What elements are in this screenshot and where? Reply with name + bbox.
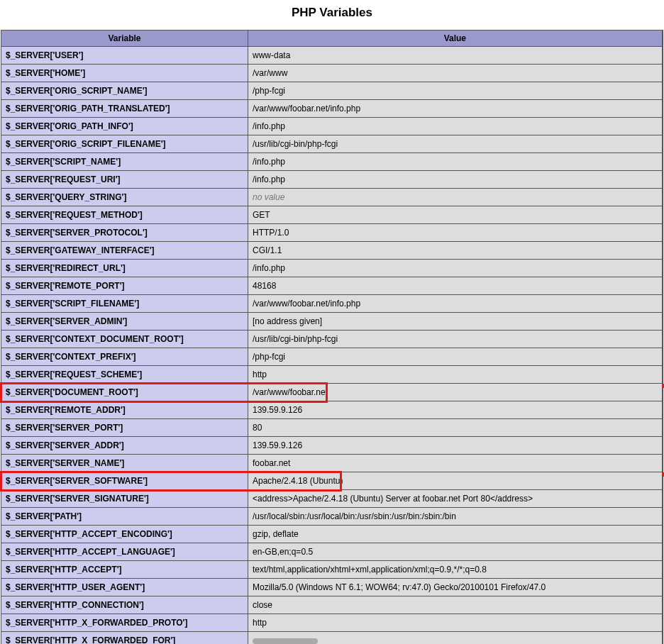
- variable-name: $_SERVER['GATEWAY_INTERFACE']: [1, 242, 248, 260]
- variable-name: $_SERVER['SERVER_NAME']: [1, 455, 248, 472]
- table-row: $_SERVER['HTTP_X_FORWARDED_FOR']: [1, 632, 663, 645]
- variable-value: /info.php: [248, 260, 663, 277]
- variable-name: $_SERVER['REQUEST_SCHEME']: [1, 366, 248, 384]
- variable-value: 80: [248, 419, 663, 437]
- table-row: $_SERVER['QUERY_STRING']no value: [1, 189, 663, 206]
- table-row: $_SERVER['REDIRECT_URL']/info.php: [1, 260, 663, 277]
- variable-value: no value: [248, 189, 663, 206]
- variable-value: /var/www/foobar.net: [248, 384, 663, 401]
- variable-name: $_SERVER['QUERY_STRING']: [1, 189, 248, 206]
- variable-name: $_SERVER['ORIG_SCRIPT_NAME']: [1, 82, 248, 100]
- variable-name: $_SERVER['HTTP_X_FORWARDED_FOR']: [1, 632, 248, 645]
- table-row: $_SERVER['HOME']/var/www: [1, 65, 663, 82]
- table-row: $_SERVER['HTTP_USER_AGENT']Mozilla/5.0 (…: [1, 579, 663, 596]
- variable-value: /var/www: [248, 65, 663, 82]
- variable-name: $_SERVER['REQUEST_METHOD']: [1, 206, 248, 224]
- table-row: $_SERVER['HTTP_ACCEPT']text/html,applica…: [1, 561, 663, 579]
- table-row: $_SERVER['REQUEST_SCHEME']http: [1, 366, 663, 384]
- variable-name: $_SERVER['DOCUMENT_ROOT']: [1, 384, 248, 401]
- table-row: $_SERVER['REQUEST_METHOD']GET: [1, 206, 663, 224]
- table-row: $_SERVER['GATEWAY_INTERFACE']CGI/1.1: [1, 242, 663, 260]
- variable-name: $_SERVER['HTTP_ACCEPT_LANGUAGE']: [1, 543, 248, 561]
- variable-value: /php-fcgi: [248, 82, 663, 100]
- variable-value: CGI/1.1: [248, 242, 663, 260]
- table-row: $_SERVER['CONTEXT_DOCUMENT_ROOT']/usr/li…: [1, 331, 663, 348]
- table-row: $_SERVER['HTTP_CONNECTION']close: [1, 596, 663, 614]
- table-row: $_SERVER['ORIG_PATH_INFO']/info.php: [1, 118, 663, 135]
- variable-name: $_SERVER['ORIG_PATH_TRANSLATED']: [1, 100, 248, 118]
- variable-name: $_SERVER['SERVER_PORT']: [1, 419, 248, 437]
- variable-value: /info.php: [248, 118, 663, 135]
- no-value: no value: [253, 192, 284, 202]
- column-header-value: Value: [248, 30, 663, 47]
- table-row: $_SERVER['SERVER_NAME']foobar.net: [1, 455, 663, 472]
- table-row: $_SERVER['REQUEST_URI']/info.php: [1, 171, 663, 189]
- table-row: $_SERVER['ORIG_SCRIPT_NAME']/php-fcgi: [1, 82, 663, 100]
- variable-value: http: [248, 366, 663, 384]
- variable-value: en-GB,en;q=0.5: [248, 543, 663, 561]
- variable-name: $_SERVER['USER']: [1, 47, 248, 65]
- variable-value: /usr/lib/cgi-bin/php-fcgi: [248, 135, 663, 153]
- column-header-variable: Variable: [1, 30, 248, 47]
- variable-value: /usr/local/sbin:/usr/local/bin:/usr/sbin…: [248, 508, 663, 526]
- variable-value: GET: [248, 206, 663, 224]
- table-row: $_SERVER['HTTP_X_FORWARDED_PROTO']http: [1, 614, 663, 632]
- table-row: $_SERVER['ORIG_SCRIPT_FILENAME']/usr/lib…: [1, 135, 663, 153]
- table-header-row: Variable Value: [1, 30, 663, 47]
- variable-value: /info.php: [248, 153, 663, 171]
- variable-name: $_SERVER['REMOTE_ADDR']: [1, 401, 248, 419]
- variable-value: /usr/lib/cgi-bin/php-fcgi: [248, 331, 663, 348]
- page-title: PHP Variables: [0, 6, 664, 20]
- variable-value: /info.php: [248, 171, 663, 189]
- variable-value: /var/www/foobar.net/info.php: [248, 295, 663, 313]
- variable-value: 48168: [248, 277, 663, 295]
- table-row: $_SERVER['SERVER_SIGNATURE']<address>Apa…: [1, 490, 663, 508]
- table-row: $_SERVER['SERVER_PROTOCOL']HTTP/1.0: [1, 224, 663, 242]
- variable-name: $_SERVER['SERVER_SOFTWARE']: [1, 472, 248, 490]
- variable-value: gzip, deflate: [248, 526, 663, 543]
- variable-value: <address>Apache/2.4.18 (Ubuntu) Server a…: [248, 490, 663, 508]
- variable-name: $_SERVER['HTTP_CONNECTION']: [1, 596, 248, 614]
- variable-value: http: [248, 614, 663, 632]
- table-row: $_SERVER['PATH']/usr/local/sbin:/usr/loc…: [1, 508, 663, 526]
- variable-value: [248, 632, 663, 645]
- variable-name: $_SERVER['SERVER_PROTOCOL']: [1, 224, 248, 242]
- variable-name: $_SERVER['SCRIPT_NAME']: [1, 153, 248, 171]
- variable-value: Mozilla/5.0 (Windows NT 6.1; WOW64; rv:4…: [248, 579, 663, 596]
- php-variables-table: Variable Value $_SERVER['USER']www-data$…: [1, 30, 663, 644]
- table-row: $_SERVER['REMOTE_ADDR']139.59.9.126: [1, 401, 663, 419]
- table-row: $_SERVER['CONTEXT_PREFIX']/php-fcgi: [1, 348, 663, 366]
- variable-name: $_SERVER['REQUEST_URI']: [1, 171, 248, 189]
- variable-name: $_SERVER['CONTEXT_PREFIX']: [1, 348, 248, 366]
- table-row: $_SERVER['USER']www-data: [1, 47, 663, 65]
- variable-value: /var/www/foobar.net/info.php: [248, 100, 663, 118]
- variable-name: $_SERVER['CONTEXT_DOCUMENT_ROOT']: [1, 331, 248, 348]
- variable-name: $_SERVER['SERVER_ADMIN']: [1, 313, 248, 331]
- variable-value: 139.59.9.126: [248, 437, 663, 455]
- variable-name: $_SERVER['ORIG_SCRIPT_FILENAME']: [1, 135, 248, 153]
- variable-name: $_SERVER['HOME']: [1, 65, 248, 82]
- table-row: $_SERVER['ORIG_PATH_TRANSLATED']/var/www…: [1, 100, 663, 118]
- variable-name: $_SERVER['HTTP_X_FORWARDED_PROTO']: [1, 614, 248, 632]
- variable-value: text/html,application/xhtml+xml,applicat…: [248, 561, 663, 579]
- variable-name: $_SERVER['HTTP_ACCEPT']: [1, 561, 248, 579]
- variable-value: close: [248, 596, 663, 614]
- variable-name: $_SERVER['PATH']: [1, 508, 248, 526]
- table-row: $_SERVER['REMOTE_PORT']48168: [1, 277, 663, 295]
- variable-value: /php-fcgi: [248, 348, 663, 366]
- table-row: $_SERVER['DOCUMENT_ROOT']/var/www/foobar…: [1, 384, 663, 401]
- table-row: $_SERVER['SERVER_PORT']80: [1, 419, 663, 437]
- variable-value: foobar.net: [248, 455, 663, 472]
- variable-name: $_SERVER['ORIG_PATH_INFO']: [1, 118, 248, 135]
- variable-value: 139.59.9.126: [248, 401, 663, 419]
- variable-value: [no address given]: [248, 313, 663, 331]
- table-row: $_SERVER['SERVER_ADMIN'][no address give…: [1, 313, 663, 331]
- variable-name: $_SERVER['HTTP_ACCEPT_ENCODING']: [1, 526, 248, 543]
- variable-value: HTTP/1.0: [248, 224, 663, 242]
- variable-name: $_SERVER['REDIRECT_URL']: [1, 260, 248, 277]
- variable-value: www-data: [248, 47, 663, 65]
- variable-name: $_SERVER['HTTP_USER_AGENT']: [1, 579, 248, 596]
- table-row: $_SERVER['HTTP_ACCEPT_ENCODING']gzip, de…: [1, 526, 663, 543]
- table-row: $_SERVER['HTTP_ACCEPT_LANGUAGE']en-GB,en…: [1, 543, 663, 561]
- redacted-value: [253, 638, 318, 644]
